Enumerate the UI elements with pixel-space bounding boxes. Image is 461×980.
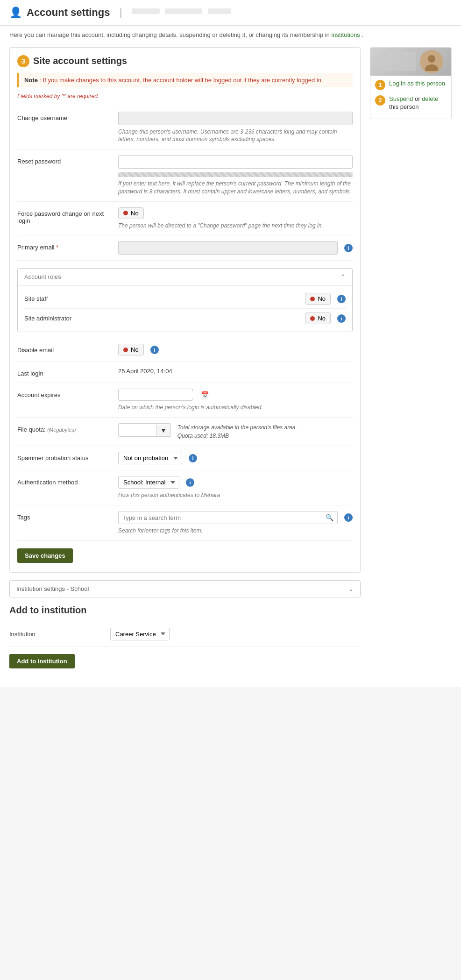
account-icon: 👤 [9, 7, 22, 19]
chevron-down-icon: ⌄ [348, 585, 354, 592]
site-admin-toggle[interactable]: No [305, 312, 331, 324]
title-text: Account settings [27, 7, 110, 19]
toggle-dot-email [123, 348, 128, 352]
add-to-institution-button[interactable]: Add to institution [9, 654, 75, 668]
save-changes-button[interactable]: Save changes [17, 548, 73, 563]
reset-password-row: Reset password If you enter text here, i… [17, 149, 353, 202]
save-button-container: Save changes [17, 541, 353, 565]
site-staff-label: Site staff [24, 295, 48, 302]
avatar-svg [422, 52, 441, 71]
last-login-value: 25 April 2020, 14:04 [118, 365, 172, 375]
reset-password-wrap: If you enter text here, it will replace … [118, 155, 353, 196]
primary-email-row: Primary email * i [17, 235, 353, 261]
spammer-probation-select[interactable]: Not on probation On probation [118, 452, 182, 464]
toggle-dot [123, 211, 128, 215]
disable-email-toggle[interactable]: No [118, 344, 144, 355]
site-account-settings-section: 3 Site account settings Note : If you ma… [9, 47, 361, 573]
profile-card: 1 Log in as this person 2 Suspend or del… [370, 47, 452, 119]
change-username-row: Change username Change this person's use… [17, 106, 353, 150]
toggle-dot-staff [310, 297, 315, 301]
file-quota-row: File quota: (Megabytes) 500 ▼ Total stor… [17, 418, 353, 446]
toggle-dot-admin [310, 316, 315, 321]
action1-number: 1 [375, 80, 385, 90]
change-username-hint: Change this person's username. Usernames… [118, 128, 353, 144]
file-quota-label: File quota: (Megabytes) [17, 423, 111, 433]
right-panel: 1 Log in as this person 2 Suspend or del… [370, 47, 452, 678]
suspend-delete-action: 2 Suspend or delete this person [375, 95, 447, 110]
page-header: 👤 Account settings | [0, 0, 461, 26]
login-as-link[interactable]: Log in as this person [389, 79, 445, 88]
note-label: Note [24, 77, 38, 84]
action2-number: 2 [375, 95, 385, 106]
force-password-row: Force password change on next login No T… [17, 202, 353, 236]
tags-info-icon[interactable]: i [344, 513, 353, 522]
suspend-link[interactable]: Suspend [389, 95, 413, 102]
header-divider: | [119, 7, 122, 19]
file-quota-arrow[interactable]: ▼ [156, 425, 170, 436]
spammer-probation-label: Spammer probation status [17, 452, 111, 462]
tags-label: Tags [17, 511, 111, 521]
primary-email-label: Primary email * [17, 241, 111, 251]
site-staff-toggle[interactable]: No [305, 293, 331, 305]
force-password-label: Force password change on next login [17, 207, 111, 224]
disable-email-toggle-text: No [131, 346, 139, 353]
reset-password-label: Reset password [17, 155, 111, 165]
password-strength-bar [118, 172, 353, 177]
add-button-container: Add to institution [9, 646, 361, 670]
site-staff-info-icon[interactable]: i [337, 295, 346, 303]
add-to-institution-title: Add to institution [9, 605, 361, 616]
tags-input[interactable] [122, 514, 326, 521]
site-admin-info-icon[interactable]: i [337, 314, 346, 323]
force-password-hint: The person will be directed to a "Change… [118, 222, 353, 230]
svg-point-1 [428, 55, 435, 63]
required-note: Fields marked by '*' are required. [17, 93, 353, 99]
spammer-probation-wrap: Not on probation On probation i [118, 452, 353, 464]
blurred-name [132, 8, 160, 14]
account-roles-header[interactable]: Account roles ⌃ [18, 269, 352, 285]
account-expires-input[interactable] [122, 391, 201, 398]
account-expires-row: Account expires 📅 Date on which the pers… [17, 383, 353, 418]
primary-email-input[interactable] [118, 241, 338, 255]
blurred-info [165, 8, 202, 14]
change-username-input[interactable] [118, 112, 353, 125]
site-admin-toggle-text: No [318, 315, 326, 322]
institution-field-label: Institution [9, 628, 103, 638]
site-admin-controls: No i [305, 312, 346, 324]
tags-hint: Search for/enter tags for this item. [118, 527, 353, 535]
auth-method-info-icon[interactable]: i [186, 478, 194, 487]
login-as-action: 1 Log in as this person [375, 79, 447, 90]
disable-email-info-icon[interactable]: i [150, 346, 159, 354]
last-login-row: Last login 25 April 2020, 14:04 [17, 362, 353, 383]
spammer-probation-info-icon[interactable]: i [189, 454, 197, 462]
reset-password-input[interactable] [118, 155, 353, 169]
delete-link[interactable]: delete [422, 95, 438, 102]
force-password-toggle[interactable]: No [118, 207, 144, 219]
spammer-probation-select-wrap: Not on probation On probation [118, 452, 182, 464]
disable-email-wrap: No i [118, 344, 353, 355]
calendar-icon[interactable]: 📅 [201, 391, 209, 398]
institution-settings-dropdown[interactable]: Institution settings - School ⌄ [9, 580, 361, 597]
auth-method-select[interactable]: School: Internal [118, 476, 179, 489]
institution-select[interactable]: Career Service [110, 628, 170, 640]
site-staff-row: Site staff No i [24, 289, 346, 309]
account-roles-body: Site staff No i [18, 285, 352, 332]
file-quota-wrap: 500 ▼ Total storage available in the per… [118, 423, 353, 440]
tags-row: Tags 🔍 i Search for/enter tags for this … [17, 505, 353, 541]
primary-email-info-icon[interactable]: i [344, 244, 353, 252]
right-actions-area: 1 Log in as this person 2 Suspend or del… [370, 76, 451, 119]
institutions-link[interactable]: institutions [331, 31, 360, 38]
file-quota-input[interactable]: 500 [119, 424, 156, 436]
header-subtitle [132, 8, 231, 17]
institution-field-wrap: Career Service [110, 628, 361, 640]
tags-input-container: 🔍 [118, 511, 338, 524]
change-username-wrap: Change this person's username. Usernames… [118, 112, 353, 144]
avatar [420, 50, 443, 73]
account-expires-wrap: 📅 Date on which the person's login is au… [118, 389, 353, 412]
add-to-institution-container: Add to institution Institution Career Se… [9, 605, 361, 678]
disable-email-label: Disable email [17, 344, 111, 354]
note-text: : If you make changes to this account, t… [40, 77, 323, 84]
institution-field-row: Institution Career Service [9, 622, 361, 646]
search-icon: 🔍 [326, 514, 333, 521]
required-asterisk: * [56, 244, 58, 251]
reset-password-hint: If you enter text here, it will replace … [118, 180, 353, 196]
